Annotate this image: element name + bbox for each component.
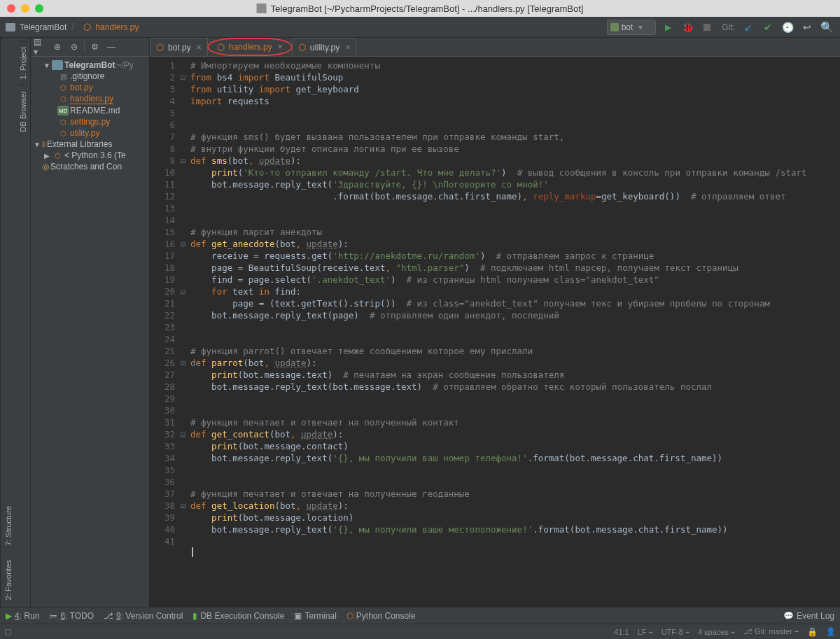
navigation-bar: TelegramBot 〉 ⬡handlers.py bot ▾ ▶ 🐞 Git… (0, 17, 840, 38)
status-bar: ▢ 41:1 LF ÷ UTF-8 ÷ 4 spaces ÷ ⎇ Git: ma… (0, 624, 840, 639)
python-icon: ⬡ (298, 42, 306, 52)
scroll-from-source-icon[interactable]: ⊖ (67, 40, 81, 54)
run-button[interactable]: ▶ (660, 20, 676, 35)
tree-python-sdk[interactable]: ▶⬡ < Python 3.6 (Te (31, 150, 149, 161)
file-encoding[interactable]: UTF-8 ÷ (662, 628, 690, 636)
editor-tabs: ⬡bot.py× ⬡handlers.py× ⬡utility.py× (150, 38, 840, 57)
project-settings-icon[interactable]: ⚙ (88, 40, 102, 54)
tool-terminal[interactable]: ▣ Terminal (294, 611, 336, 621)
tree-external-libs[interactable]: ▼⫴ External Libraries (31, 139, 149, 150)
app-icon (257, 3, 267, 13)
editor-area: ⬡bot.py× ⬡handlers.py× ⬡utility.py× 1 2 … (150, 38, 840, 607)
stop-button[interactable] (699, 20, 715, 35)
breadcrumb: TelegramBot 〉 ⬡handlers.py (6, 21, 139, 33)
close-tab-icon[interactable]: × (278, 42, 283, 52)
vcs-update-button[interactable]: ↙ (741, 20, 756, 35)
tab-utility[interactable]: ⬡utility.py× (292, 38, 356, 56)
caret-position[interactable]: 41:1 (614, 628, 629, 636)
project-view-mode[interactable]: ▤ ▾ (34, 40, 48, 54)
project-toolbar: ▤ ▾ ⊕ ⊖ ⚙ — (31, 38, 149, 57)
python-icon: ⬡ (83, 22, 91, 32)
close-window-button[interactable] (7, 4, 15, 13)
breadcrumb-root[interactable]: TelegramBot (20, 22, 66, 32)
line-separator[interactable]: LF ÷ (638, 628, 653, 636)
tool-window-toggle[interactable]: ▢ (4, 627, 11, 636)
zoom-window-button[interactable] (35, 4, 43, 13)
tab-bot[interactable]: ⬡bot.py× (150, 38, 208, 56)
indent-status[interactable]: 4 spaces ÷ (698, 628, 735, 636)
tree-file-gitignore[interactable]: ▤ .gitignore (31, 71, 149, 82)
close-tab-icon[interactable]: × (197, 43, 202, 52)
code-editor[interactable]: 1 2 3 4 5 6 7 8 9 10 11 12 13 14 15 16 1… (150, 57, 840, 607)
fold-gutter: ⊟ ⊟ ⊟ ⊟ ⊟ ⊟ ⊟ (181, 57, 190, 607)
bottom-tool-stripe: ▶ 4: Run ≔ 6: TODO ⎇ 9: Version Control … (0, 607, 840, 624)
tool-event-log[interactable]: 💬 Event Log (783, 611, 834, 621)
tree-file-utility[interactable]: ⬡ utility.py (31, 127, 149, 139)
tool-run[interactable]: ▶ 4: Run (6, 611, 39, 621)
search-everywhere-button[interactable]: 🔍 (819, 20, 834, 35)
tree-file-readme[interactable]: MD README.md (31, 105, 149, 116)
folder-icon (6, 23, 15, 31)
git-label: Git: (722, 22, 735, 32)
tree-file-bot[interactable]: ⬡ bot.py (31, 82, 149, 93)
tool-todo[interactable]: ≔ 6: TODO (49, 611, 94, 621)
vcs-commit-button[interactable]: ✔ (760, 20, 776, 35)
line-gutter: 1 2 3 4 5 6 7 8 9 10 11 12 13 14 15 16 1… (150, 57, 181, 607)
tool-structure-tab[interactable]: 7: Structure (4, 502, 13, 550)
lock-icon[interactable]: 🔒 (807, 627, 818, 637)
tool-db-browser-tab[interactable]: DB Browser (19, 85, 27, 138)
tree-scratches[interactable]: ◎ Scratches and Con (31, 161, 149, 172)
vcs-revert-button[interactable]: ↩ (799, 20, 815, 35)
git-branch[interactable]: ⎇ Git: master ÷ (743, 627, 799, 636)
run-config-selector[interactable]: bot ▾ (607, 20, 657, 35)
debug-button[interactable]: 🐞 (680, 20, 695, 35)
tool-favorites-tab[interactable]: 2: Favorites (4, 556, 13, 604)
python-icon: ⬡ (217, 42, 225, 52)
left-bottom-tool-stripe: 7: Structure 2: Favorites (0, 38, 15, 607)
project-tree[interactable]: ▼ TelegramBot ~/Py ▤ .gitignore ⬡ bot.py… (31, 57, 149, 175)
tab-handlers-active[interactable]: ⬡handlers.py× (207, 38, 293, 56)
minimize-window-button[interactable] (21, 4, 29, 13)
code-content[interactable]: # Импортируем необходимые компоненты fro… (190, 57, 840, 607)
tool-vcs[interactable]: ⎇ 9: Version Control (104, 611, 183, 621)
tree-file-handlers[interactable]: ⬡ handlers.py (31, 93, 149, 105)
tree-project-root[interactable]: ▼ TelegramBot ~/Py (31, 59, 149, 71)
tool-project-tab[interactable]: 1: Project (19, 41, 27, 85)
window-controls (0, 4, 43, 13)
vcs-history-button[interactable]: 🕘 (780, 20, 795, 35)
tree-file-settings[interactable]: ⬡ settings.py (31, 116, 149, 127)
project-tool-window: ▤ ▾ ⊕ ⊖ ⚙ — ▼ TelegramBot ~/Py ▤ .gitign… (31, 38, 150, 607)
tool-db-console[interactable]: ▮ DB Execution Console (192, 611, 284, 621)
macos-titlebar: TelegramBot [~/PycharmProjects/TelegramB… (0, 0, 840, 17)
close-tab-icon[interactable]: × (345, 43, 350, 52)
breadcrumb-file[interactable]: ⬡handlers.py (83, 22, 139, 32)
window-title: TelegramBot [~/PycharmProjects/TelegramB… (271, 3, 584, 14)
hide-tool-window-icon[interactable]: — (104, 40, 118, 54)
left-tool-stripe: 1: Project DB Browser (15, 38, 31, 607)
chevron-right-icon: 〉 (71, 21, 79, 33)
tool-python-console[interactable]: ⬡ Python Console (346, 611, 416, 621)
python-icon: ⬡ (156, 42, 164, 52)
scroll-to-source-icon[interactable]: ⊕ (50, 40, 64, 54)
hector-icon[interactable]: 👤 (826, 627, 836, 636)
